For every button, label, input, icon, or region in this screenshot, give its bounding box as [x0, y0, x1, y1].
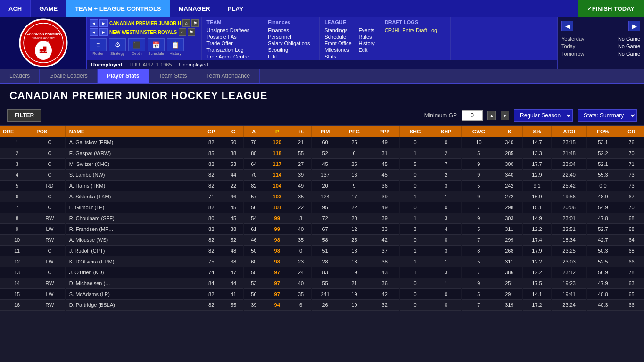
schedule-icon[interactable]: 📅 Schedule	[148, 38, 165, 56]
table-row[interactable]: 2CE. Gaspar (WRW)85388011855526311252851…	[0, 148, 644, 159]
menu-milestones[interactable]: Milestones	[324, 47, 351, 53]
col-shg[interactable]: SHG	[399, 126, 431, 137]
tab-player-stats[interactable]: Player Stats	[98, 69, 149, 83]
menu-free-agent-centre[interactable]: Free Agent Centre	[206, 53, 258, 60]
filter-button[interactable]: FILTER	[7, 109, 41, 122]
table-row[interactable]: 16RWD. Partridge (BSLA)82553994626193200…	[0, 300, 644, 311]
col-a[interactable]: A	[244, 126, 264, 137]
menu-finances[interactable]: Finances	[268, 27, 314, 33]
col-gwg[interactable]: GWG	[461, 126, 496, 137]
gp-stepper-down[interactable]: ▼	[501, 111, 509, 120]
cell-gwg: 9	[461, 159, 496, 170]
menu-rules[interactable]: Rules	[359, 33, 375, 40]
next-btn-2[interactable]: ►	[99, 28, 108, 36]
col-pos[interactable]: POS	[34, 126, 66, 137]
menu-history[interactable]: History	[359, 40, 375, 47]
menu-front-office[interactable]: Front Office	[324, 40, 351, 47]
sidebar-prev[interactable]: ◀	[561, 21, 573, 31]
table-row[interactable]: 5RDA. Harris (TKM)8222821044920936035242…	[0, 181, 644, 191]
table-row[interactable]: 7CL. Gilmour (LP)82455610122952249007298…	[0, 202, 644, 213]
prev-btn-2[interactable]: ◄	[90, 28, 98, 36]
tab-team-attendance[interactable]: Team Attendance	[197, 69, 260, 83]
col-dre[interactable]: DRE	[0, 126, 34, 137]
col-gr[interactable]: GR	[619, 126, 644, 137]
table-row[interactable]: 13CJ. O'Brien (KD)7447509724831943137386…	[0, 267, 644, 278]
menu-transaction-log[interactable]: Transaction Log	[206, 47, 258, 53]
depth-icon[interactable]: ⬛ Depth	[128, 38, 145, 56]
cell-ppp: 36	[370, 278, 399, 289]
table-row[interactable]: 12LWK. D'Oliveira (ERM)75386098232813381…	[0, 256, 644, 267]
team-link-2[interactable]: NEW WESTMINSTER ROYALS	[109, 30, 177, 35]
table-row[interactable]: 1CA. Galitskov (ERM)82507012021602549001…	[0, 137, 644, 148]
menu-edit-finances[interactable]: Edit	[268, 53, 314, 60]
col-spct[interactable]: S%	[522, 126, 552, 137]
stats-select[interactable]: Stats: Summary Stats: Detail Stats: Adva…	[578, 109, 637, 122]
col-atoi[interactable]: ATOI	[552, 126, 586, 137]
menu-trade-offer[interactable]: Trade Offer	[206, 40, 258, 47]
cell-pim: 95	[312, 202, 339, 213]
tab-leaders[interactable]: Leaders	[0, 69, 40, 83]
menu-possible-fas[interactable]: Possible FAs	[206, 33, 258, 40]
home-icon-2[interactable]: ⌂	[179, 28, 186, 36]
gp-stepper-up[interactable]: ▲	[487, 111, 496, 120]
strategy-icon[interactable]: ⚙ Strategy	[109, 38, 126, 56]
roster-icon[interactable]: ≡ Roster	[90, 38, 107, 56]
cell-gwg: 5	[461, 148, 496, 159]
menu-unsigned[interactable]: Unsigned Draftees	[206, 27, 258, 33]
col-shp[interactable]: SHP	[431, 126, 461, 137]
table-row[interactable]: 4CS. Lambe (NW)8244701143913716450293401…	[0, 170, 644, 181]
col-p[interactable]: P	[264, 126, 290, 137]
cell-g: 45	[223, 202, 243, 213]
cell-fopct: 52.5	[586, 256, 619, 267]
col-fopct[interactable]: FO%	[586, 126, 619, 137]
flag-icon-2[interactable]: ⚑	[188, 28, 195, 36]
tab-team-stats[interactable]: Team Stats	[149, 69, 197, 83]
menu-stats[interactable]: Stats	[324, 53, 351, 60]
col-pm[interactable]: +/-	[290, 126, 312, 137]
nav-ach[interactable]: ACH	[0, 0, 31, 17]
team-link-1[interactable]: CANADIAN PREMIER JUNIOR H	[109, 21, 181, 26]
tomorrow-row: Tomorrow No Game	[561, 50, 640, 58]
col-ppp[interactable]: PPP	[370, 126, 399, 137]
col-ppg[interactable]: PPG	[339, 126, 370, 137]
col-pim[interactable]: PIM	[312, 126, 339, 137]
menu-events[interactable]: Events	[359, 27, 375, 33]
season-select[interactable]: Regular Season Playoffs All Time	[514, 109, 573, 122]
sidebar-next[interactable]: ▶	[628, 21, 640, 31]
col-name[interactable]: NAME	[65, 126, 199, 137]
table-row[interactable]: 6CA. Siklenka (TKM)714657103351241739119…	[0, 191, 644, 202]
menu-salary-obligations[interactable]: Salary Obligations	[268, 40, 314, 47]
menu-edit-league[interactable]: Edit	[359, 47, 375, 53]
next-btn[interactable]: ►	[99, 19, 108, 27]
table-row[interactable]: 9LWR. Frandsen (MF…823861994067123334531…	[0, 224, 644, 235]
finish-today-button[interactable]: ✓ FINISH TODAY	[578, 0, 644, 17]
nav-team-league[interactable]: TEAM + LEAGUE CONTROLS	[66, 0, 170, 17]
col-s[interactable]: S	[496, 126, 523, 137]
draft-log-item[interactable]: CPJHL Entry Draft Log	[385, 27, 446, 33]
history-icon[interactable]: 📋 History	[167, 38, 184, 56]
menu-standings[interactable]: Standings	[324, 27, 351, 33]
table-row[interactable]: 8RWR. Chouinard (SFF)8045549937220391393…	[0, 213, 644, 224]
table-row[interactable]: 10RWA. Miousse (WS)825246983558254200729…	[0, 235, 644, 246]
menu-schedule[interactable]: Schedule	[324, 33, 351, 40]
home-icon-1[interactable]: ⌂	[182, 19, 190, 27]
cell-s: 340	[496, 137, 523, 148]
nav-manager[interactable]: MANAGER	[170, 0, 219, 17]
tab-goalie-leaders[interactable]: Goalie Leaders	[40, 69, 97, 83]
cell-a: 70	[244, 137, 264, 148]
table-row[interactable]: 14RWD. Michaelsen (…84445397405521360192…	[0, 278, 644, 289]
menu-personnel[interactable]: Personnel	[268, 33, 314, 40]
menu-scouting[interactable]: Scouting	[268, 47, 314, 53]
min-gp-input[interactable]	[462, 110, 483, 121]
table-row[interactable]: 15LWS. McAdams (LP)824156973524119420052…	[0, 289, 644, 300]
nav-play[interactable]: PLAY	[219, 0, 252, 17]
table-row[interactable]: 11CJ. Rudolf (CPT)8248509805118371382681…	[0, 246, 644, 256]
col-g[interactable]: G	[223, 126, 243, 137]
nav-game[interactable]: GAME	[31, 0, 66, 17]
cell-g: 38	[223, 224, 243, 235]
cell-ppp: 43	[370, 267, 399, 278]
prev-btn[interactable]: ◄	[90, 19, 98, 27]
col-gp[interactable]: GP	[199, 126, 223, 137]
table-row[interactable]: 3CM. Switzer (CHC)8253641172745254557930…	[0, 159, 644, 170]
flag-icon-1[interactable]: ⚑	[191, 19, 199, 27]
